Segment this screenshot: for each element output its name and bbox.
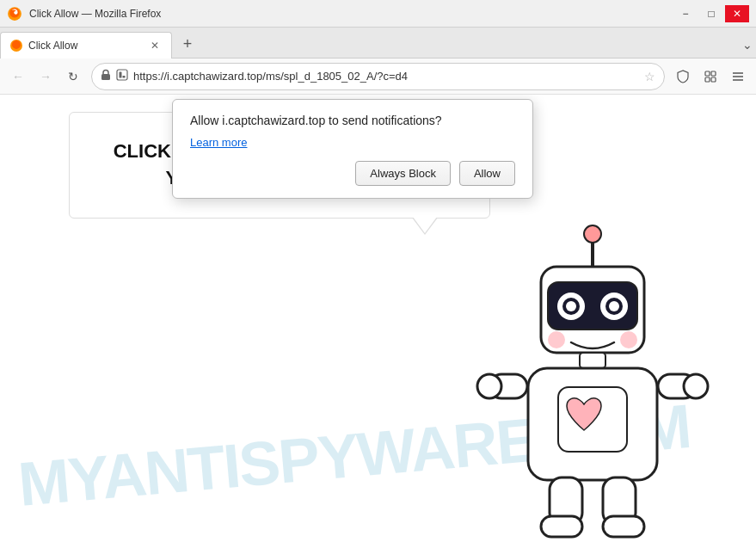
title-bar: Click Allow — Mozilla Firefox − □ ✕ [0,0,756,28]
new-tab-button[interactable]: + [175,33,200,57]
firefox-logo-icon [7,6,22,22]
tab-bar-right: ⌄ [742,31,756,58]
extensions-button[interactable] [698,64,723,89]
tab-close-button[interactable]: ✕ [147,38,163,53]
active-tab[interactable]: Click Allow ✕ [0,32,172,59]
svg-rect-4 [120,72,122,78]
address-bar[interactable]: https://i.captchawizard.top/ms/spl_d_180… [91,63,665,90]
svg-point-29 [477,374,501,398]
popup-title: Allow i.captchawizard.top to send notifi… [190,114,515,127]
svg-point-31 [684,374,708,398]
page-content: MYANTISPYWARE.COM CLICK «ALLOW» TO CONFI… [0,95,756,542]
close-button[interactable]: ✕ [725,5,749,22]
svg-point-14 [584,225,601,243]
notification-popup: Allow i.captchawizard.top to send notifi… [172,99,533,199]
svg-rect-7 [711,71,716,76]
url-text: https://i.captchawizard.top/ms/spl_d_180… [133,70,639,83]
forward-button[interactable]: → [33,64,58,89]
window-title: Click Allow — Mozilla Firefox [29,8,161,20]
popup-buttons: Always Block Allow [190,161,515,186]
svg-point-22 [609,301,619,311]
nav-bar: ← → ↻ https://i.captchawizard.top/ms/spl… [0,59,756,95]
tab-expand-button[interactable]: ⌄ [742,38,753,52]
minimize-button[interactable]: − [673,5,698,22]
svg-rect-9 [711,77,716,82]
tab-favicon-icon [9,39,23,52]
allow-button[interactable]: Allow [459,161,515,186]
shield-button[interactable] [670,64,696,89]
notification-permission-icon [116,69,128,83]
title-bar-buttons: − □ ✕ [673,5,749,22]
svg-rect-35 [603,516,644,537]
reload-button[interactable]: ↻ [60,64,86,89]
more-options-button[interactable] [725,64,751,89]
svg-rect-5 [123,76,126,78]
tab-bar: Click Allow ✕ + ⌄ [0,28,756,59]
svg-rect-2 [101,74,110,80]
nav-toolbar-buttons [670,64,751,89]
svg-rect-3 [117,70,127,80]
back-button[interactable]: ← [5,64,31,89]
svg-point-23 [548,331,565,348]
svg-rect-33 [541,516,582,537]
robot-svg [472,215,713,542]
tab-label: Click Allow [28,40,142,52]
lock-icon [101,69,111,83]
svg-rect-6 [705,71,710,76]
svg-rect-25 [580,353,605,368]
robot-illustration [472,215,713,542]
title-bar-left: Click Allow — Mozilla Firefox [7,6,161,22]
maximize-button[interactable]: □ [699,5,723,22]
svg-point-24 [620,331,637,348]
bookmark-icon[interactable]: ☆ [644,70,655,83]
svg-rect-8 [705,77,710,82]
always-block-button[interactable]: Always Block [355,161,451,186]
learn-more-link[interactable]: Learn more [190,136,247,149]
svg-point-19 [566,301,576,311]
